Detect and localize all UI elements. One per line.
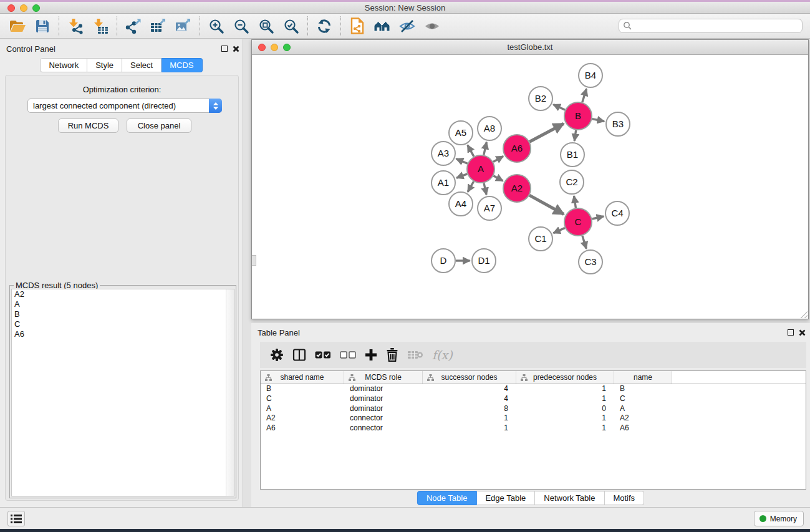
hide-details-button[interactable] bbox=[395, 15, 420, 37]
node-B1[interactable]: B1 bbox=[561, 143, 584, 167]
edge-C-C4[interactable] bbox=[592, 216, 604, 219]
add-column-button[interactable] bbox=[365, 349, 377, 361]
edge-A6-B[interactable] bbox=[529, 123, 564, 142]
node-B3[interactable]: B3 bbox=[606, 112, 630, 136]
column-header[interactable]: predecessor nodes bbox=[516, 371, 614, 384]
table-cell[interactable]: A2 bbox=[261, 414, 344, 423]
task-history-button[interactable] bbox=[7, 511, 25, 526]
table-cell[interactable]: 1 bbox=[516, 384, 614, 394]
table-cell[interactable]: 1 bbox=[516, 423, 614, 433]
search-input[interactable] bbox=[635, 22, 798, 31]
table-cell[interactable]: B bbox=[261, 384, 344, 394]
zoom-out-button[interactable] bbox=[229, 15, 254, 37]
node-A2[interactable]: A2 bbox=[503, 175, 531, 202]
table-cell[interactable]: C bbox=[261, 394, 344, 404]
table-cell[interactable]: dominator bbox=[344, 404, 423, 414]
edge-B-B4[interactable] bbox=[582, 89, 587, 102]
result-item[interactable]: A6 bbox=[12, 329, 234, 339]
node-B4[interactable]: B4 bbox=[579, 64, 602, 87]
tab-motifs[interactable]: Motifs bbox=[604, 491, 644, 505]
result-item[interactable]: B bbox=[12, 309, 234, 319]
column-header[interactable]: shared name bbox=[261, 371, 344, 384]
function-builder-button[interactable]: f(x) bbox=[432, 348, 453, 362]
result-scrollbar[interactable] bbox=[226, 289, 234, 496]
zoom-fit-button[interactable] bbox=[254, 15, 279, 37]
edge-A-A4[interactable] bbox=[468, 181, 474, 192]
tab-mcds[interactable]: MCDS bbox=[162, 58, 202, 72]
delete-column-button[interactable] bbox=[386, 348, 398, 362]
edge-A-A3[interactable] bbox=[456, 159, 468, 164]
float-panel-button[interactable] bbox=[220, 44, 229, 53]
node-A8[interactable]: A8 bbox=[478, 117, 501, 140]
table-row[interactable]: Cdominator41C bbox=[261, 394, 806, 404]
splitter-grip[interactable] bbox=[252, 255, 256, 266]
table-cell[interactable]: 8 bbox=[423, 404, 516, 414]
float-table-panel-button[interactable] bbox=[786, 328, 795, 337]
table-cell[interactable]: A6 bbox=[261, 423, 344, 433]
table-settings-button[interactable] bbox=[270, 348, 284, 362]
edge-A-A8[interactable] bbox=[484, 142, 487, 155]
show-details-button[interactable] bbox=[420, 15, 445, 37]
node-D1[interactable]: D1 bbox=[472, 249, 496, 273]
column-header[interactable]: name bbox=[614, 371, 672, 384]
table-cell[interactable]: A bbox=[261, 404, 344, 414]
edge-A-A2[interactable] bbox=[493, 176, 503, 181]
network-canvas[interactable]: AA1A2A3A4A5A6A7A8BB1B2B3B4CC1C2C3C4DD1 bbox=[252, 56, 808, 319]
tab-style[interactable]: Style bbox=[87, 58, 122, 72]
table-cell[interactable]: 1 bbox=[423, 414, 516, 423]
node-C[interactable]: C bbox=[564, 208, 592, 236]
table-row[interactable]: A2connector11A2 bbox=[261, 414, 806, 423]
memory-button[interactable]: Memory bbox=[754, 511, 804, 526]
run-mcds-button[interactable]: Run MCDS bbox=[58, 118, 118, 133]
mcds-result-list[interactable]: A2ABCA6 bbox=[11, 289, 234, 496]
zoom-selected-button[interactable] bbox=[279, 15, 304, 37]
tab-select[interactable]: Select bbox=[122, 58, 162, 72]
node-C4[interactable]: C4 bbox=[605, 201, 629, 225]
open-session-button[interactable] bbox=[5, 15, 30, 37]
table-cell[interactable]: 0 bbox=[516, 404, 614, 414]
edge-B-B1[interactable] bbox=[574, 130, 576, 141]
node-A5[interactable]: A5 bbox=[449, 121, 473, 145]
column-header[interactable]: successor nodes bbox=[423, 371, 516, 384]
delete-table-button[interactable] bbox=[407, 349, 423, 360]
close-mcds-panel-button[interactable]: Close panel bbox=[127, 118, 191, 133]
table-cell[interactable]: C bbox=[614, 394, 672, 404]
node-A1[interactable]: A1 bbox=[432, 171, 455, 195]
network-window-titlebar[interactable]: testGlobe.txt bbox=[252, 40, 808, 55]
table-cell[interactable]: B bbox=[614, 384, 672, 394]
import-network-button[interactable] bbox=[63, 15, 88, 37]
node-A[interactable]: A bbox=[467, 155, 494, 183]
table-cell[interactable]: A6 bbox=[614, 423, 672, 433]
edge-B-B2[interactable] bbox=[553, 105, 565, 110]
node-A3[interactable]: A3 bbox=[432, 142, 455, 165]
apply-layout-button[interactable] bbox=[312, 15, 337, 37]
close-panel-button[interactable] bbox=[231, 44, 240, 53]
import-table-button[interactable] bbox=[88, 15, 113, 37]
edge-C-C3[interactable] bbox=[582, 236, 586, 249]
node-A4[interactable]: A4 bbox=[449, 192, 473, 216]
edge-A-A1[interactable] bbox=[456, 174, 467, 178]
result-item[interactable]: C bbox=[12, 319, 234, 329]
tab-network[interactable]: Network bbox=[40, 58, 87, 72]
select-all-button[interactable] bbox=[315, 351, 331, 359]
table-cell[interactable]: dominator bbox=[344, 384, 423, 394]
table-cell[interactable]: connector bbox=[344, 414, 423, 423]
table-cell[interactable]: connector bbox=[344, 423, 423, 433]
node-A6[interactable]: A6 bbox=[503, 135, 531, 162]
table-cell[interactable]: 4 bbox=[423, 384, 516, 394]
new-network-from-selection-button[interactable] bbox=[345, 15, 370, 37]
column-header[interactable]: MCDS role bbox=[344, 371, 423, 384]
table-cell[interactable]: A bbox=[614, 404, 672, 414]
edge-A-A7[interactable] bbox=[484, 183, 486, 195]
result-item[interactable]: A2 bbox=[12, 289, 234, 299]
edge-A-A6[interactable] bbox=[493, 157, 503, 162]
edge-C-C1[interactable] bbox=[553, 228, 565, 233]
export-table-button[interactable] bbox=[146, 15, 171, 37]
tab-node-table[interactable]: Node Table bbox=[417, 491, 477, 505]
edge-C-C2[interactable] bbox=[574, 196, 576, 208]
table-cell[interactable]: 1 bbox=[423, 423, 516, 433]
home-button[interactable] bbox=[370, 15, 395, 37]
search-box[interactable] bbox=[619, 19, 803, 33]
node-B2[interactable]: B2 bbox=[529, 87, 552, 110]
table-row[interactable]: Bdominator41B bbox=[261, 384, 806, 394]
